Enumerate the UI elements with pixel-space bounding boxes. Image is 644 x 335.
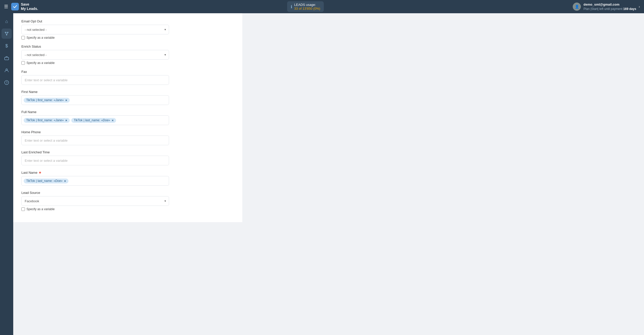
field-fax: Fax: [21, 70, 234, 85]
input-last-enriched-time[interactable]: [21, 156, 169, 165]
checkbox-label-lead-source: Specify as a variable: [26, 207, 55, 211]
label-home-phone: Home Phone: [21, 130, 234, 134]
input-fax[interactable]: [21, 75, 169, 85]
label-fax: Fax: [21, 70, 234, 74]
tag-separator: | last_name:: [36, 179, 52, 183]
required-star: ★: [38, 170, 42, 175]
tag-close-icon[interactable]: ×: [112, 118, 114, 122]
field-home-phone: Home Phone: [21, 130, 234, 145]
sidebar: ⌂ $ ?: [0, 13, 13, 335]
tag-first-name-0: TikTok | first_name: «Jane» ×: [24, 98, 70, 103]
tag-full-name-1: TikTok | last_name: «Doe» ×: [71, 118, 116, 123]
header: ☰ Save My Leads. ℹ LEADS usage: 33 of 13…: [0, 0, 644, 13]
tag-value: «Jane»: [54, 118, 64, 122]
sidebar-item-briefcase[interactable]: [2, 53, 12, 63]
logo-text: Save My Leads.: [21, 2, 38, 11]
header-right: 👤 demo_sml@gmail.com Plan |Start| left u…: [573, 2, 640, 11]
checkbox-row-email-opt-out: Specify as a variable: [21, 36, 234, 39]
tag-value: «Doe»: [53, 179, 62, 183]
sidebar-item-profile[interactable]: [2, 65, 12, 75]
sidebar-item-billing[interactable]: $: [2, 41, 12, 51]
field-enrich-status: Enrich Status - not selected - ▾ Specify…: [21, 45, 234, 65]
field-full-name: Full Name TikTok | first_name: «Jane» × …: [21, 110, 234, 125]
form-panel: Email Opt Out - not selected - ▾ Specify…: [13, 13, 242, 222]
checkbox-row-enrich-status: Specify as a variable: [21, 61, 234, 65]
field-first-name: First Name TikTok | first_name: «Jane» ×: [21, 90, 234, 105]
avatar: 👤: [573, 3, 581, 11]
label-first-name: First Name: [21, 90, 234, 94]
tag-prefix: TikTok: [74, 118, 82, 122]
select-wrapper-enrich-status: - not selected - ▾: [21, 50, 169, 60]
main-content: Email Opt Out - not selected - ▾ Specify…: [13, 13, 644, 335]
tag-value: «Doe»: [101, 118, 110, 122]
info-icon: ℹ: [291, 4, 292, 9]
header-left: ☰ Save My Leads.: [4, 2, 38, 11]
label-full-name: Full Name: [21, 110, 234, 114]
leads-usage-badge: ℹ LEADS usage: 33 of 13'850 (0%): [287, 1, 324, 12]
field-last-name: Last Name ★ TikTok | last_name: «Doe» ×: [21, 170, 234, 186]
label-last-enriched-time: Last Enriched Time: [21, 150, 234, 154]
checkbox-lead-source[interactable]: [21, 207, 25, 211]
hamburger-icon[interactable]: ☰: [4, 4, 8, 9]
tag-close-icon[interactable]: ×: [65, 118, 67, 122]
label-email-opt-out: Email Opt Out: [21, 19, 234, 23]
tag-prefix: TikTok: [26, 118, 35, 122]
layout: ⌂ $ ?: [0, 13, 644, 335]
select-enrich-status[interactable]: - not selected -: [21, 50, 169, 60]
sidebar-item-connections[interactable]: [2, 29, 12, 39]
svg-text:?: ?: [6, 81, 8, 85]
leads-usage-text: LEADS usage: 33 of 13'850 (0%): [294, 3, 320, 10]
select-wrapper-email-opt-out: - not selected - ▾: [21, 25, 169, 34]
tag-prefix: TikTok: [26, 179, 35, 183]
tag-separator: | last_name:: [83, 118, 100, 122]
checkbox-label-enrich-status: Specify as a variable: [26, 61, 55, 65]
field-lead-source: Lead Source Facebook ▾ Specify as a vari…: [21, 191, 234, 211]
user-info: demo_sml@gmail.com Plan |Start| left unt…: [583, 2, 636, 11]
label-enrich-status: Enrich Status: [21, 45, 234, 48]
select-lead-source[interactable]: Facebook: [21, 196, 169, 206]
user-plan: Plan |Start| left until payment 169 days: [583, 7, 636, 11]
logo: Save My Leads.: [11, 2, 38, 11]
svg-rect-6: [5, 57, 9, 60]
tag-full-name-0: TikTok | first_name: «Jane» ×: [24, 118, 70, 123]
checkbox-enrich-status[interactable]: [21, 61, 25, 65]
checkbox-email-opt-out[interactable]: [21, 36, 25, 39]
logo-icon: [11, 3, 19, 10]
tag-value: «Jane»: [54, 98, 64, 102]
sidebar-item-help[interactable]: ?: [2, 77, 12, 88]
checkbox-row-lead-source: Specify as a variable: [21, 207, 234, 211]
label-lead-source: Lead Source: [21, 191, 234, 195]
select-email-opt-out[interactable]: - not selected -: [21, 25, 169, 34]
label-last-name: Last Name ★: [21, 170, 234, 175]
checkbox-label-email-opt-out: Specify as a variable: [26, 36, 55, 39]
input-home-phone[interactable]: [21, 136, 169, 145]
tag-input-first-name[interactable]: TikTok | first_name: «Jane» ×: [21, 95, 169, 105]
field-email-opt-out: Email Opt Out - not selected - ▾ Specify…: [21, 19, 234, 39]
tag-close-icon[interactable]: ×: [64, 179, 66, 183]
tag-close-icon[interactable]: ×: [65, 98, 67, 102]
tag-last-name-0: TikTok | last_name: «Doe» ×: [24, 179, 68, 183]
tag-separator: | first_name:: [36, 98, 53, 102]
sidebar-item-home[interactable]: ⌂: [2, 16, 12, 26]
field-last-enriched-time: Last Enriched Time: [21, 150, 234, 165]
tag-prefix: TikTok: [26, 98, 35, 102]
select-wrapper-lead-source: Facebook ▾: [21, 196, 169, 206]
tag-input-full-name[interactable]: TikTok | first_name: «Jane» × TikTok | l…: [21, 115, 169, 125]
svg-line-5: [7, 32, 8, 35]
user-email: demo_sml@gmail.com: [583, 2, 636, 7]
tag-separator: | first_name:: [36, 118, 53, 122]
svg-point-7: [6, 69, 7, 70]
svg-line-4: [5, 32, 7, 35]
tag-input-last-name[interactable]: TikTok | last_name: «Doe» ×: [21, 176, 169, 186]
header-chevron-icon[interactable]: ›: [639, 5, 640, 9]
